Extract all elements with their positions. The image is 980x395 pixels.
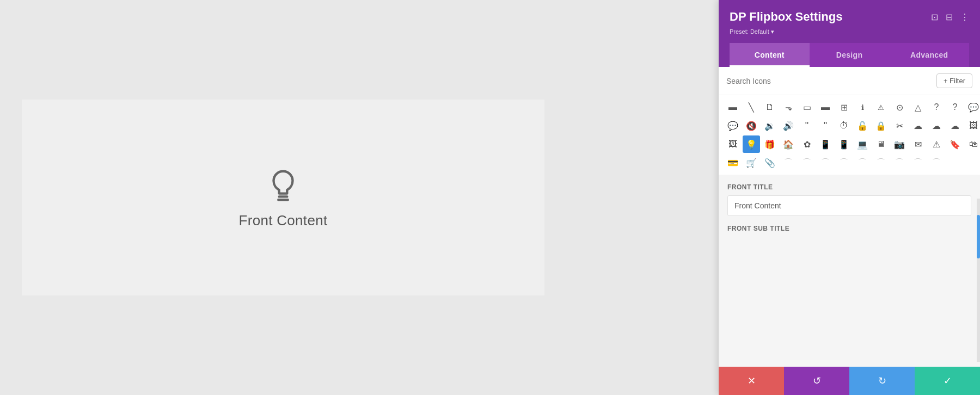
icon-cell[interactable]: 🎁	[761, 135, 779, 153]
icon-cell[interactable]: "	[798, 117, 816, 134]
cancel-button[interactable]: ✕	[719, 367, 784, 395]
icon-cell[interactable]: ✉	[909, 135, 927, 153]
icon-cell[interactable]: ⊙	[891, 98, 908, 116]
fields-area: Front Title Front Sub Title	[719, 175, 980, 232]
icon-cell[interactable]: 🏠	[780, 135, 797, 153]
icon-cell[interactable]: ⚠	[928, 135, 945, 153]
icon-cell[interactable]: 🖼	[965, 117, 980, 134]
icon-cell[interactable]: ⚠	[872, 98, 890, 116]
icon-cell[interactable]: 🔉	[761, 117, 779, 134]
undo-button[interactable]: ↺	[784, 367, 849, 395]
icon-cell[interactable]: ⌒	[817, 154, 834, 171]
panel-header: DP Flipbox Settings ⊡ ⊟ ⋮ Preset: Defaul…	[719, 0, 980, 67]
icon-search-area: + Filter	[719, 67, 980, 95]
icon-cell[interactable]: 🔇	[743, 117, 760, 134]
icon-cell[interactable]: ▬	[817, 98, 834, 116]
icon-cell[interactable]: 📎	[761, 154, 779, 171]
panel-header-top: DP Flipbox Settings ⊡ ⊟ ⋮	[730, 10, 969, 24]
panel-tabs: Content Design Advanced	[730, 43, 969, 67]
icon-cell[interactable]: △	[909, 98, 927, 116]
lightbulb-icon	[264, 166, 302, 207]
icon-cell[interactable]: 💻	[854, 135, 871, 153]
panel-title: DP Flipbox Settings	[730, 10, 842, 24]
canvas-area: Front Content	[0, 0, 566, 395]
canvas-content-box: Front Content	[22, 100, 544, 295]
icon-cell[interactable]: 🔊	[780, 117, 797, 134]
panel-scrollbar-thumb	[977, 215, 980, 258]
icon-cell[interactable]: 🔒	[872, 117, 890, 134]
bottom-toolbar: ✕ ↺ ↻ ✓	[719, 367, 980, 395]
icon-cell[interactable]: ⏱	[835, 117, 853, 134]
front-title-input[interactable]	[727, 195, 971, 216]
search-icons-input[interactable]	[726, 77, 932, 85]
save-button[interactable]: ✓	[915, 367, 980, 395]
icon-cell-lightbulb[interactable]: 💡	[743, 135, 760, 153]
canvas-label: Front Content	[239, 212, 328, 229]
panel-header-icons: ⊡ ⊟ ⋮	[931, 12, 969, 22]
cancel-icon: ✕	[748, 375, 756, 387]
panel-body[interactable]: + Filter ▬ ╲ 🗋 ⬎ ▭ ▬ ⊞ ℹ ⚠ ⊙ △ ? ? 💬	[719, 67, 980, 367]
icon-grid: ▬ ╲ 🗋 ⬎ ▭ ▬ ⊞ ℹ ⚠ ⊙ △ ? ? 💬 💬 🔇 🔉 🔊	[724, 98, 975, 171]
save-icon: ✓	[944, 375, 952, 387]
icon-cell[interactable]: 💬	[965, 98, 980, 116]
icon-cell[interactable]: 🗋	[761, 98, 779, 116]
icon-cell[interactable]: ?	[928, 98, 945, 116]
icon-cell[interactable]: 💳	[724, 154, 742, 171]
icon-cell[interactable]: ☁	[909, 117, 927, 134]
tab-advanced[interactable]: Advanced	[889, 43, 969, 67]
columns-icon[interactable]: ⊟	[946, 12, 953, 22]
icon-cell[interactable]: ℹ	[854, 98, 871, 116]
more-icon[interactable]: ⋮	[960, 12, 969, 22]
panel-scrollbar	[977, 199, 980, 362]
icon-cell[interactable]: ⌒	[854, 154, 871, 171]
front-title-label: Front Title	[727, 183, 971, 191]
icon-cell[interactable]: 💬	[724, 117, 742, 134]
icon-cell[interactable]: ⌒	[891, 154, 908, 171]
icon-cell[interactable]: ╲	[743, 98, 760, 116]
icon-cell[interactable]: 🛒	[743, 154, 760, 171]
icon-cell[interactable]: ▬	[724, 98, 742, 116]
settings-panel: DP Flipbox Settings ⊡ ⊟ ⋮ Preset: Defaul…	[719, 0, 980, 395]
icon-cell[interactable]: ✂	[891, 117, 908, 134]
icon-cell[interactable]: ✿	[798, 135, 816, 153]
undo-icon: ↺	[813, 375, 821, 387]
focus-icon[interactable]: ⊡	[931, 12, 938, 22]
preset-selector[interactable]: Preset: Default ▾	[730, 27, 969, 35]
tab-content[interactable]: Content	[730, 43, 810, 67]
icon-cell[interactable]: 🖼	[724, 135, 742, 153]
icon-cell[interactable]: ☁	[928, 117, 945, 134]
icon-cell[interactable]: ⌒	[872, 154, 890, 171]
redo-button[interactable]: ↻	[849, 367, 915, 395]
icon-cell[interactable]: 🔖	[946, 135, 964, 153]
icon-cell[interactable]: ⌒	[798, 154, 816, 171]
front-subtitle-label: Front Sub Title	[727, 225, 971, 232]
icon-cell[interactable]: ⊞	[835, 98, 853, 116]
icon-cell[interactable]: 🖥	[872, 135, 890, 153]
icon-cell[interactable]: ⬎	[780, 98, 797, 116]
icon-cell[interactable]: ▭	[798, 98, 816, 116]
icon-cell[interactable]: 🛍	[965, 135, 980, 153]
icon-grid-container: ▬ ╲ 🗋 ⬎ ▭ ▬ ⊞ ℹ ⚠ ⊙ △ ? ? 💬 💬 🔇 🔉 🔊	[719, 95, 980, 175]
icon-cell[interactable]: ⌒	[909, 154, 927, 171]
icon-cell[interactable]: ?	[946, 98, 964, 116]
icon-cell[interactable]: ⌒	[835, 154, 853, 171]
icon-cell[interactable]: ☁	[946, 117, 964, 134]
icon-cell[interactable]: 📱	[835, 135, 853, 153]
tab-design[interactable]: Design	[810, 43, 890, 67]
icon-cell[interactable]: 📷	[891, 135, 908, 153]
icon-cell[interactable]: ⌒	[928, 154, 945, 171]
redo-icon: ↻	[878, 375, 886, 387]
icon-cell[interactable]: "	[817, 117, 834, 134]
icon-cell[interactable]: 📱	[817, 135, 834, 153]
filter-button[interactable]: + Filter	[936, 73, 972, 88]
icon-cell[interactable]: 🔓	[854, 117, 871, 134]
icon-cell[interactable]: ⌒	[780, 154, 797, 171]
